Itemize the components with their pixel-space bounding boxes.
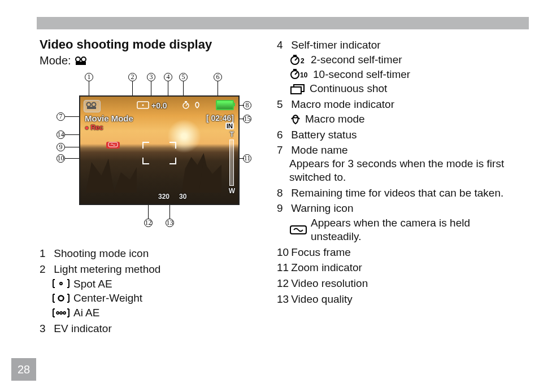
callout-3: 3 (147, 73, 155, 81)
lcd-diagram: 1 2 3 4 5 6 7 8 9 10 11 12 13 14 15 (45, 73, 254, 242)
svg-rect-5 (87, 107, 96, 109)
svg-point-1 (81, 57, 86, 62)
legend-item-3: 3 EV indicator (40, 322, 266, 336)
continuous-shot-icon (289, 83, 306, 94)
camera-lcd: +0.0 Movie Mode ● Rec [ 02:46] IN (79, 95, 240, 205)
callout-8: 8 (243, 101, 251, 110)
legend-right: 4 Self-timer indicator 2 2-second self-t… (277, 38, 522, 306)
svg-rect-2 (76, 62, 86, 65)
osd-battery-icon (216, 100, 234, 110)
svg-point-7 (142, 104, 144, 106)
sub-spot-ae: Spot AE (52, 277, 266, 291)
callout-9: 9 (56, 143, 65, 151)
osd-zoom-indicator: T W (229, 130, 235, 195)
shake-icon (289, 225, 307, 235)
macro-icon (289, 114, 302, 125)
callout-1: 1 (85, 73, 93, 81)
svg-rect-10 (185, 101, 187, 102)
legend-item-2: 2 Light metering method Spot AE Center-W… (40, 263, 266, 320)
osd-remaining-time: [ 02:46] (206, 114, 234, 123)
svg-point-15 (60, 312, 62, 314)
osd-in-tag: IN (225, 123, 234, 129)
svg-line-18 (295, 58, 297, 60)
svg-rect-19 (293, 55, 297, 56)
svg-point-0 (76, 57, 80, 62)
svg-rect-23 (293, 69, 297, 71)
sub-macro: Macro mode (289, 112, 522, 126)
callout-4: 4 (164, 73, 172, 81)
svg-point-13 (59, 296, 64, 301)
svg-line-9 (186, 104, 188, 106)
ai-ae-icon (52, 308, 70, 318)
osd-timer-icon (182, 101, 190, 111)
callout-14: 14 (56, 130, 65, 139)
svg-line-22 (295, 72, 297, 75)
left-column: Video shooting mode display Mode: 1 2 3 … (40, 34, 277, 338)
legend-item-1: 1 Shooting mode icon (40, 247, 266, 260)
right-column: 4 Self-timer indicator 2 2-second self-t… (277, 34, 522, 338)
legend-item-6: 6 Battery status (277, 128, 522, 142)
legend-item-8: 8 Remaining time for videos that can be … (277, 186, 522, 200)
callout-6: 6 (214, 73, 222, 81)
page-number-tab: 28 (11, 358, 36, 381)
osd-mode-name: Movie Mode (85, 114, 133, 123)
callout-5: 5 (179, 73, 188, 81)
desc-7: Appears for 3 seconds when the mode is f… (289, 157, 522, 184)
osd-rec-indicator: ● Rec (85, 124, 103, 132)
osd-warning-icon (106, 142, 120, 149)
legend-item-7: 7 Mode name Appears for 3 seconds when t… (277, 143, 522, 184)
svg-text:10: 10 (300, 71, 308, 79)
svg-point-12 (60, 282, 62, 285)
legend-left: 1 Shooting mode icon 2 Light metering me… (40, 247, 266, 336)
callout-13: 13 (166, 219, 174, 227)
legend-item-11: 11 Zoom indicator (277, 261, 522, 275)
sub-shake: Appears when the camera is held unsteadi… (289, 216, 522, 243)
legend-item-12: 12 Video resolution (277, 277, 522, 290)
svg-point-3 (87, 103, 91, 107)
svg-point-16 (63, 312, 66, 314)
legend-item-4: 4 Self-timer indicator 2 2-second self-t… (277, 38, 522, 95)
sub-ai-ae: Ai AE (52, 306, 266, 320)
callout-2: 2 (128, 73, 137, 81)
svg-text:2: 2 (301, 57, 305, 65)
page-content: Video shooting mode display Mode: 1 2 3 … (40, 34, 522, 338)
sub-self-timer-10: 10 10-second self-timer (289, 68, 522, 81)
callout-7: 7 (56, 112, 65, 121)
mode-label: Mode: (40, 54, 71, 67)
header-grey-bar (37, 17, 529, 29)
callout-12: 12 (144, 219, 153, 227)
svg-point-14 (56, 312, 59, 314)
osd-meter-icon (137, 101, 149, 111)
legend-item-5: 5 Macro mode indicator Macro mode (277, 98, 522, 126)
legend-item-9: 9 Warning icon Appears when the camera i… (277, 202, 522, 243)
self-timer-2-icon: 2 (289, 54, 307, 66)
svg-point-4 (92, 103, 96, 107)
sub-self-timer-2: 2 2-second self-timer (289, 53, 522, 67)
osd-video-quality: 30 (179, 193, 186, 201)
svg-rect-26 (291, 87, 301, 94)
sub-continuous: Continuous shot (289, 82, 522, 95)
osd-mode-icon (84, 100, 101, 112)
callout-11: 11 (243, 154, 251, 163)
self-timer-10-icon: 10 (289, 68, 310, 80)
legend-item-13: 13 Video quality (277, 293, 522, 306)
legend-item-10: 10 Focus frame (277, 246, 522, 259)
callout-15: 15 (243, 115, 251, 123)
osd-ev-value: +0.0 (151, 101, 167, 110)
callout-10: 10 (56, 154, 65, 163)
spot-ae-icon (52, 278, 70, 289)
osd-video-resolution: 320 (158, 193, 169, 201)
mode-line: Mode: (40, 54, 266, 67)
movie-mode-icon (74, 56, 89, 66)
center-weight-icon (52, 293, 70, 303)
osd-macro-icon (193, 101, 201, 111)
page-title: Video shooting mode display (40, 37, 266, 52)
osd-focus-frame (142, 142, 176, 164)
sub-center-weight: Center-Weight (52, 291, 266, 305)
